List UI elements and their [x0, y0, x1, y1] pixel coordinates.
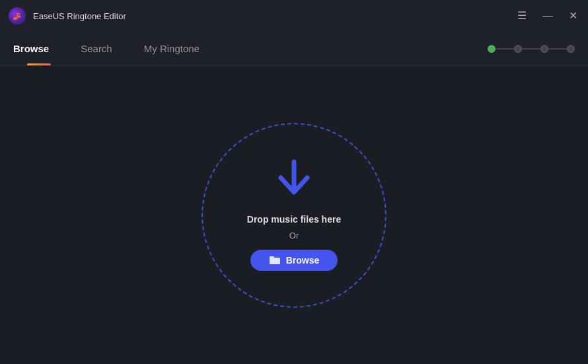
- step-dot-4: [567, 45, 575, 53]
- main-content: Drop music files here Or Browse: [0, 66, 588, 364]
- step-dot-3: [540, 45, 548, 53]
- step-indicator: [488, 45, 575, 53]
- nav-tabs: Browse Search My Ringtone: [13, 32, 215, 65]
- drop-text: Drop music files here: [247, 212, 341, 227]
- title-bar: EaseUS Ringtone Editor ☰ — ✕: [0, 0, 588, 32]
- window-controls: ☰ — ✕: [515, 9, 580, 22]
- tab-my-ringtone[interactable]: My Ringtone: [128, 32, 215, 65]
- drop-or-text: Or: [289, 231, 299, 240]
- step-dot-2: [514, 45, 522, 53]
- app-title-text: EaseUS Ringtone Editor: [33, 11, 515, 21]
- step-line-1: [496, 48, 514, 50]
- tab-browse[interactable]: Browse: [13, 32, 65, 65]
- browse-button[interactable]: Browse: [250, 250, 338, 271]
- svg-point-5: [18, 15, 21, 18]
- drop-zone[interactable]: Drop music files here Or Browse: [202, 123, 386, 308]
- drop-arrow-icon: [277, 159, 311, 201]
- menu-button[interactable]: ☰: [515, 9, 529, 22]
- step-dot-1: [488, 45, 496, 53]
- folder-icon: [269, 255, 281, 266]
- step-line-2: [522, 48, 540, 50]
- close-button[interactable]: ✕: [566, 9, 580, 22]
- svg-point-2: [13, 17, 17, 20]
- step-line-3: [548, 48, 567, 50]
- svg-rect-4: [17, 13, 20, 15]
- nav-bar: Browse Search My Ringtone: [0, 32, 588, 66]
- minimize-button[interactable]: —: [540, 9, 556, 22]
- app-logo: [8, 7, 26, 25]
- tab-search[interactable]: Search: [65, 32, 128, 65]
